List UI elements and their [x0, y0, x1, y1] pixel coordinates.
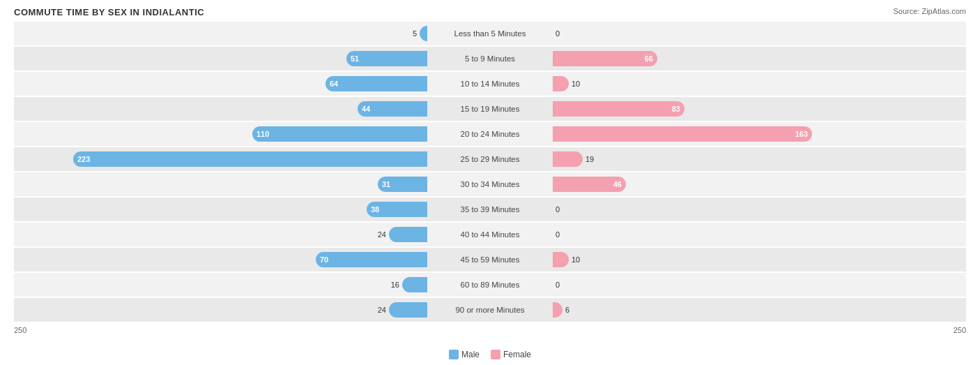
female-bar: 83 — [553, 101, 684, 117]
row-label: 40 to 44 Minutes — [427, 230, 553, 239]
male-bar — [389, 227, 427, 242]
male-side: 24 — [14, 227, 427, 242]
female-value-zero: 0 — [556, 281, 560, 289]
female-value-inside: 66 — [645, 54, 653, 63]
male-bar: 51 — [346, 51, 427, 66]
female-bar: 46 — [553, 177, 626, 192]
legend-male: Male — [449, 350, 480, 359]
male-side: 110 — [14, 126, 427, 142]
male-bar: 70 — [316, 252, 427, 267]
row-label: Less than 5 Minutes — [427, 29, 553, 38]
female-value-outside: 19 — [585, 155, 594, 163]
chart-row: 5Less than 5 Minutes0 — [14, 22, 966, 45]
source-label: Source: ZipAtlas.com — [893, 7, 966, 15]
chart-row: 7045 to 59 Minutes10 — [14, 248, 966, 271]
male-bar — [389, 302, 427, 318]
female-side: 0 — [553, 29, 966, 38]
male-value-outside: 24 — [378, 306, 386, 314]
chart-row: 515 to 9 Minutes66 — [14, 47, 966, 70]
female-bar — [553, 76, 569, 91]
chart-footer: 250 Male Female 250 — [14, 326, 966, 334]
legend-female-box — [491, 350, 500, 359]
male-value-outside: 24 — [378, 230, 386, 239]
female-side: 10 — [553, 76, 966, 91]
female-side: 0 — [553, 230, 966, 239]
axis-labels: 250 Male Female 250 — [14, 326, 966, 334]
row-label: 15 to 19 Minutes — [427, 105, 553, 113]
male-side: 31 — [14, 177, 427, 192]
male-side: 70 — [14, 252, 427, 267]
female-value-zero: 0 — [556, 230, 560, 239]
female-value-inside: 46 — [613, 180, 622, 188]
row-label: 25 to 29 Minutes — [427, 155, 553, 163]
male-bar: 223 — [73, 151, 427, 167]
male-value-inside: 38 — [371, 205, 379, 214]
chart-row: 2490 or more Minutes6 — [14, 298, 966, 322]
male-bar: 44 — [358, 101, 427, 117]
female-side: 83 — [553, 101, 966, 117]
male-value-outside: 16 — [391, 281, 399, 289]
chart-row: 6410 to 14 Minutes10 — [14, 72, 966, 96]
row-label: 35 to 39 Minutes — [427, 205, 553, 214]
male-side: 44 — [14, 101, 427, 117]
female-side: 10 — [553, 252, 966, 267]
male-side: 38 — [14, 202, 427, 217]
legend: Male Female — [449, 350, 531, 359]
legend-male-box — [449, 350, 459, 359]
chart-row: 22325 to 29 Minutes19 — [14, 147, 966, 171]
female-value-zero: 0 — [556, 205, 560, 214]
male-bar: 110 — [252, 126, 427, 142]
female-bar — [553, 302, 562, 318]
chart-row: 11020 to 24 Minutes163 — [14, 122, 966, 146]
row-label: 90 or more Minutes — [427, 306, 553, 314]
row-label: 5 to 9 Minutes — [427, 54, 553, 63]
female-side: 19 — [553, 151, 966, 167]
male-value-inside: 51 — [351, 54, 359, 63]
male-value-inside: 31 — [382, 180, 390, 188]
row-label: 10 to 14 Minutes — [427, 80, 553, 88]
male-bar: 38 — [367, 202, 427, 217]
female-bar — [553, 252, 569, 267]
chart-row: 2440 to 44 Minutes0 — [14, 223, 966, 246]
male-value-outside: 5 — [413, 29, 417, 38]
row-label: 60 to 89 Minutes — [427, 281, 553, 289]
row-label: 20 to 24 Minutes — [427, 130, 553, 138]
male-side: 16 — [14, 277, 427, 292]
male-side: 64 — [14, 76, 427, 91]
male-value-inside: 64 — [330, 80, 338, 88]
female-value-outside: 10 — [572, 80, 580, 88]
female-side: 6 — [553, 302, 966, 318]
male-side: 24 — [14, 302, 427, 318]
male-side: 5 — [14, 26, 427, 41]
chart-row: 1660 to 89 Minutes0 — [14, 273, 966, 297]
female-side: 0 — [553, 281, 966, 289]
male-bar — [420, 26, 427, 41]
male-bar: 31 — [378, 177, 427, 192]
female-value-outside: 10 — [572, 255, 580, 264]
male-value-inside: 110 — [257, 130, 269, 138]
female-bar — [553, 151, 583, 167]
male-bar: 64 — [326, 76, 427, 91]
female-value-outside: 6 — [565, 306, 569, 314]
legend-female-label: Female — [503, 350, 531, 359]
legend-male-label: Male — [461, 350, 480, 359]
chart-title: COMMUTE TIME BY SEX IN INDIALANTIC — [14, 7, 966, 17]
female-side: 66 — [553, 51, 966, 66]
female-bar: 163 — [553, 126, 812, 142]
axis-max: 250 — [954, 326, 966, 334]
chart-container: COMMUTE TIME BY SEX IN INDIALANTIC Sourc… — [0, 0, 980, 365]
male-side: 223 — [14, 151, 427, 167]
male-value-inside: 44 — [362, 105, 370, 113]
female-value-inside: 83 — [672, 105, 680, 113]
axis-min: 250 — [14, 326, 26, 334]
row-label: 30 to 34 Minutes — [427, 180, 553, 188]
female-side: 0 — [553, 205, 966, 214]
legend-female: Female — [491, 350, 531, 359]
female-value-inside: 163 — [795, 130, 808, 138]
female-bar: 66 — [553, 51, 657, 66]
male-bar — [402, 277, 427, 292]
chart-row: 3835 to 39 Minutes0 — [14, 198, 966, 221]
female-side: 46 — [553, 177, 966, 192]
male-side: 51 — [14, 51, 427, 66]
female-value-zero: 0 — [556, 29, 560, 38]
